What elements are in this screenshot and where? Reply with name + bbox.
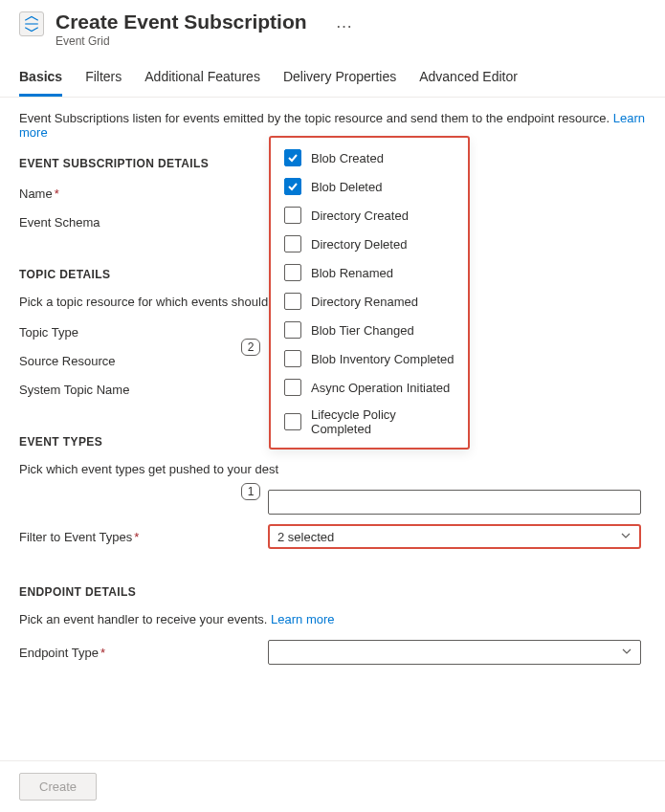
endpoint-desc: Pick an event handler to receive your ev… [19, 612, 646, 626]
event-type-option[interactable]: Directory Deleted [271, 230, 468, 258]
create-button[interactable]: Create [19, 773, 97, 801]
checkbox-icon [284, 293, 301, 310]
tab-bar: Basics Filters Additional Features Deliv… [0, 54, 665, 98]
event-types-input[interactable] [268, 490, 641, 515]
tab-filters[interactable]: Filters [85, 61, 122, 97]
event-type-option[interactable]: Directory Created [271, 201, 468, 230]
section-endpoint-details: ENDPOINT DETAILS [19, 585, 646, 599]
tab-delivery-properties[interactable]: Delivery Properties [283, 61, 396, 97]
endpoint-type-dropdown[interactable] [268, 640, 641, 665]
chevron-down-icon [621, 646, 632, 660]
checkbox-icon [284, 178, 301, 195]
label-source-resource: Source Resource [19, 354, 268, 368]
event-type-option[interactable]: Directory Renamed [271, 287, 468, 316]
event-type-option-label: Blob Inventory Completed [311, 352, 454, 366]
page-subtitle: Event Grid [55, 34, 307, 48]
event-type-option-label: Blob Deleted [311, 180, 382, 194]
event-type-option-label: Directory Renamed [311, 295, 418, 309]
label-system-topic-name: System Topic Name [19, 383, 268, 397]
label-topic-type: Topic Type [19, 325, 268, 340]
event-type-option-label: Async Operation Initiated [311, 381, 450, 395]
event-type-option[interactable]: Blob Tier Changed [271, 316, 468, 344]
checkbox-icon [284, 207, 301, 224]
checkbox-icon [284, 149, 301, 166]
filter-selected-text: 2 selected [277, 530, 334, 544]
event-type-option[interactable]: Blob Inventory Completed [271, 344, 468, 373]
endpoint-learn-more-link[interactable]: Learn more [271, 612, 334, 626]
checkbox-icon [284, 235, 301, 252]
page-header: Create Event Subscription Event Grid … [0, 0, 665, 54]
checkbox-icon [284, 264, 301, 281]
event-types-desc: Pick which event types get pushed to you… [19, 462, 646, 476]
checkbox-icon [284, 379, 301, 396]
annotation-step-1: 1 [241, 483, 260, 500]
footer-bar: Create [0, 760, 665, 812]
checkbox-icon [284, 321, 301, 339]
event-grid-icon [19, 11, 44, 36]
page-title: Create Event Subscription [55, 10, 307, 33]
tab-additional-features[interactable]: Additional Features [144, 61, 260, 97]
label-endpoint-type: Endpoint Type* [19, 646, 268, 660]
event-type-option[interactable]: Blob Deleted [271, 172, 468, 201]
event-type-option-label: Directory Created [311, 208, 409, 223]
label-event-schema: Event Schema [19, 215, 268, 230]
checkbox-icon [284, 350, 301, 367]
event-type-option-label: Blob Renamed [311, 266, 393, 280]
event-type-option[interactable]: Async Operation Initiated [271, 373, 468, 402]
chevron-down-icon [620, 530, 632, 544]
event-type-option[interactable]: Lifecycle Policy Completed [271, 402, 468, 442]
filter-event-types-dropdown[interactable]: 2 selected [268, 524, 641, 549]
event-type-option-label: Blob Tier Changed [311, 323, 414, 338]
event-type-option[interactable]: Blob Created [271, 143, 468, 172]
more-actions-button[interactable]: … [336, 13, 353, 31]
annotation-step-2: 2 [241, 339, 260, 356]
event-type-option[interactable]: Blob Renamed [271, 258, 468, 287]
label-name: Name* [19, 187, 268, 201]
event-type-option-label: Directory Deleted [311, 237, 407, 252]
tab-basics[interactable]: Basics [19, 61, 62, 97]
checkbox-icon [284, 413, 301, 430]
label-filter-event-types: Filter to Event Types* [19, 530, 268, 544]
event-types-popup: Blob CreatedBlob DeletedDirectory Create… [269, 136, 470, 450]
tab-advanced-editor[interactable]: Advanced Editor [419, 61, 518, 97]
event-type-option-label: Lifecycle Policy Completed [311, 407, 454, 436]
event-type-option-label: Blob Created [311, 151, 384, 165]
